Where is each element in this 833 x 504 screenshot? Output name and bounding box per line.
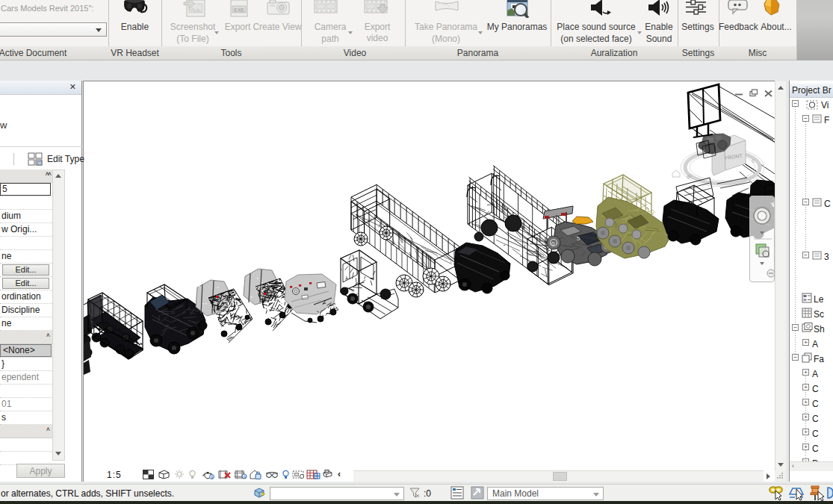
svg-text:0: 0: [551, 240, 555, 247]
svg-text:5: 5: [577, 235, 580, 242]
svg-text:EXE: EXE: [234, 7, 244, 13]
svg-text:W: W: [686, 173, 693, 180]
svg-text:E: E: [752, 158, 755, 164]
